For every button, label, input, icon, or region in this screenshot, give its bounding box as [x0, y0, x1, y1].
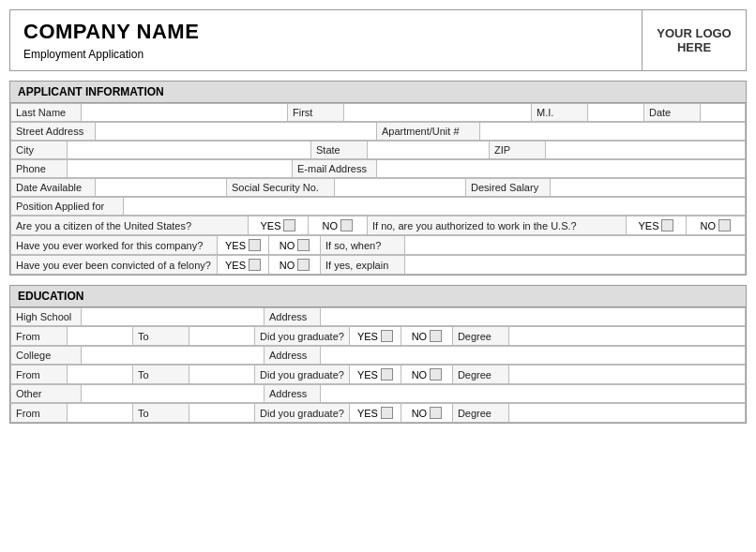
worked-no-checkbox[interactable]	[297, 239, 310, 251]
convicted-yes-checkbox[interactable]	[249, 259, 261, 271]
oth-no-checkbox[interactable]	[430, 407, 442, 419]
date-available-input[interactable]	[96, 179, 227, 197]
last-name-input[interactable]	[82, 104, 288, 122]
authorized-yes[interactable]: YES	[627, 216, 686, 235]
date-label: Date	[644, 104, 701, 122]
other-address-input[interactable]	[321, 385, 746, 403]
header: COMPANY NAME Employment Application YOUR…	[9, 9, 747, 71]
worked-yes-checkbox[interactable]	[249, 239, 261, 251]
other-name-input[interactable]	[82, 385, 265, 403]
college-name-input[interactable]	[82, 347, 265, 365]
apartment-input[interactable]	[480, 123, 746, 141]
applicant-row-6: Position Applied for	[10, 197, 746, 216]
position-input[interactable]	[124, 198, 746, 216]
citizen-yes-checkbox[interactable]	[283, 219, 295, 231]
col-no-checkbox[interactable]	[430, 368, 442, 380]
col-yes-checkbox[interactable]	[381, 368, 393, 380]
no-label: NO	[323, 220, 339, 231]
hs-to-label: To	[133, 327, 189, 346]
worked-yes-label: YES	[225, 240, 246, 251]
hs-grad-no[interactable]: NO	[401, 327, 452, 346]
oth-degree-input[interactable]	[508, 404, 745, 423]
college-address-label: Address	[265, 347, 321, 365]
convicted-no-checkbox[interactable]	[297, 259, 310, 271]
col-no-label: NO	[412, 369, 428, 380]
oth-grad-no[interactable]: NO	[401, 404, 452, 423]
yn-row-1: Are you a citizen of the United States? …	[10, 216, 746, 235]
hs-degree-input[interactable]	[508, 327, 745, 346]
convicted-no[interactable]: NO	[269, 256, 321, 275]
other-row-1: Other Address	[10, 384, 746, 403]
col-yes-label: YES	[357, 369, 378, 380]
applicant-row-4: Phone E-mail Address	[10, 159, 746, 178]
col-to-input[interactable]	[189, 366, 255, 384]
col-degree-label: Degree	[452, 366, 508, 384]
desired-salary-input[interactable]	[551, 179, 746, 197]
hs-from-label: From	[11, 327, 68, 346]
oth-grad-yes[interactable]: YES	[349, 404, 401, 423]
other-row-2: From To Did you graduate? YES NO Degree	[10, 403, 746, 423]
convicted-yes[interactable]: YES	[218, 256, 269, 275]
phone-input[interactable]	[68, 160, 293, 178]
highschool-name-input[interactable]	[82, 308, 265, 326]
mi-input[interactable]	[588, 104, 644, 122]
other-address-label: Address	[265, 385, 321, 403]
auth-yes-checkbox[interactable]	[661, 219, 673, 231]
zip-label: ZIP	[490, 142, 546, 159]
first-input[interactable]	[344, 104, 532, 122]
col-grad-no[interactable]: NO	[401, 366, 452, 384]
hs-grad-yes[interactable]: YES	[349, 327, 401, 346]
worked-yes[interactable]: YES	[218, 236, 269, 255]
col-grad-yes[interactable]: YES	[349, 366, 401, 384]
city-input[interactable]	[68, 142, 311, 159]
oth-to-input[interactable]	[189, 404, 255, 423]
education-section: EDUCATION High School Address From To Di…	[9, 285, 747, 424]
if-so-when-input[interactable]	[405, 236, 746, 255]
hs-no-checkbox[interactable]	[430, 330, 442, 342]
col-degree-input[interactable]	[508, 366, 745, 384]
email-input[interactable]	[377, 160, 746, 178]
college-row-1: College Address	[10, 346, 746, 365]
highschool-address-input[interactable]	[321, 308, 746, 326]
highschool-row-2: From To Did you graduate? YES NO Degree	[10, 326, 746, 346]
oth-from-input[interactable]	[68, 404, 133, 423]
zip-input[interactable]	[546, 142, 746, 159]
hs-from-input[interactable]	[68, 327, 133, 346]
first-label: First	[288, 104, 344, 122]
citizen-no[interactable]: NO	[308, 216, 367, 235]
if-so-when-label: If so, when?	[321, 236, 405, 255]
yn-row-3: Have you ever been convicted of a felony…	[10, 255, 746, 275]
citizen-no-checkbox[interactable]	[340, 219, 353, 231]
ssn-label: Social Security No.	[227, 179, 335, 197]
state-input[interactable]	[368, 142, 490, 159]
authorized-question: If no, are you authorized to work in the…	[367, 216, 626, 235]
applicant-section: APPLICANT INFORMATION Last Name First M.…	[9, 81, 747, 276]
worked-no[interactable]: NO	[269, 236, 321, 255]
college-address-input[interactable]	[321, 347, 746, 365]
oth-yes-checkbox[interactable]	[381, 407, 393, 419]
applicant-row-1: Last Name First M.I. Date	[10, 103, 746, 122]
college-label: College	[11, 347, 82, 365]
citizen-yes[interactable]: YES	[249, 216, 308, 235]
street-address-input[interactable]	[96, 123, 377, 141]
hs-graduate-label: Did you graduate?	[255, 327, 350, 346]
street-address-label: Street Address	[11, 123, 96, 141]
city-label: City	[11, 142, 68, 159]
date-input[interactable]	[701, 104, 746, 122]
last-name-label: Last Name	[11, 104, 82, 122]
hs-yes-checkbox[interactable]	[381, 330, 393, 342]
hs-to-input[interactable]	[189, 327, 255, 346]
mi-label: M.I.	[532, 104, 588, 122]
convicted-yes-label: YES	[225, 260, 246, 271]
position-label: Position Applied for	[11, 198, 124, 216]
authorized-no[interactable]: NO	[686, 216, 745, 235]
if-yes-explain-input[interactable]	[405, 256, 746, 275]
yes-label: YES	[260, 220, 280, 231]
ssn-input[interactable]	[335, 179, 466, 197]
col-graduate-label: Did you graduate?	[255, 366, 350, 384]
applicant-row-2: Street Address Apartment/Unit #	[10, 122, 746, 141]
auth-no-checkbox[interactable]	[718, 219, 731, 231]
col-from-input[interactable]	[68, 366, 133, 384]
state-label: State	[311, 142, 368, 159]
yn-row-2: Have you ever worked for this company? Y…	[10, 235, 746, 255]
